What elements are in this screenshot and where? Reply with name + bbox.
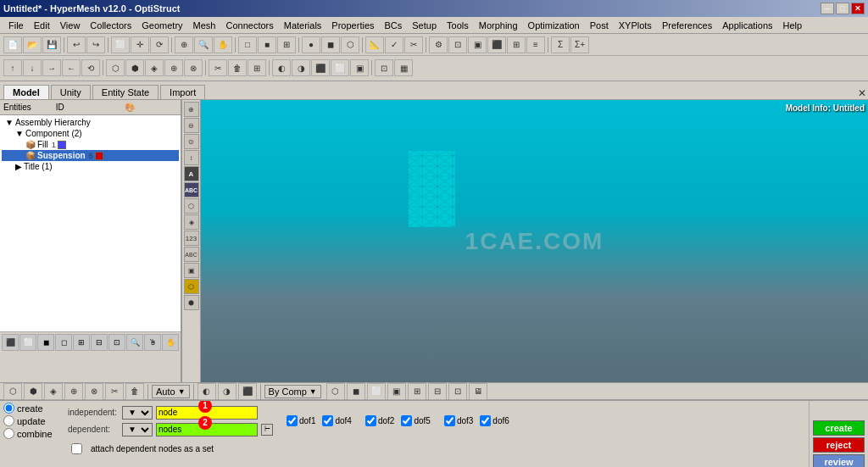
zoom-fit-button[interactable]: ⊕ xyxy=(175,36,193,53)
auto-dropdown[interactable]: Auto ▼ xyxy=(152,385,190,398)
panel-icon-6[interactable]: ⊟ xyxy=(91,334,108,351)
redo-button[interactable]: ↪ xyxy=(86,36,105,53)
elem-button[interactable]: ◼ xyxy=(321,36,340,53)
menu-item-preferences[interactable]: Preferences xyxy=(657,19,717,31)
tb2-btn-6[interactable]: ⬡ xyxy=(106,59,125,76)
viewport[interactable]: RBE2 RBE2 RBE2 X Z Y Model Info: Untitle… xyxy=(201,100,868,382)
btb-btn-6[interactable]: ✂ xyxy=(105,383,124,400)
radio-create-input[interactable] xyxy=(3,403,14,414)
check-button[interactable]: ✓ xyxy=(385,36,403,53)
tb-btn-11[interactable]: ⊞ xyxy=(507,36,526,53)
panel-icon-5[interactable]: ⊞ xyxy=(73,334,90,351)
tb2-btn-8[interactable]: ◈ xyxy=(145,59,164,76)
tb-btn-12[interactable]: ≡ xyxy=(526,36,545,53)
menu-item-geometry[interactable]: Geometry xyxy=(136,19,187,31)
dof4-checkbox[interactable] xyxy=(322,415,333,426)
mesh-button[interactable]: ⊞ xyxy=(277,36,296,53)
btb-btn-11[interactable]: ▣ xyxy=(387,383,406,400)
btb-btn-13[interactable]: ⊟ xyxy=(428,383,447,400)
menu-item-tools[interactable]: Tools xyxy=(442,19,474,31)
side-btn-13[interactable]: ⬢ xyxy=(184,295,199,310)
comp-button[interactable]: ⬡ xyxy=(341,36,359,53)
tb2-btn-10[interactable]: ⊗ xyxy=(184,59,203,76)
menu-item-file[interactable]: File xyxy=(3,19,29,31)
panel-icon-4[interactable]: ◻ xyxy=(55,334,72,351)
panel-icon-7[interactable]: ⊡ xyxy=(108,334,125,351)
wireframe-button[interactable]: □ xyxy=(238,36,257,53)
tb2-btn-15[interactable]: ◑ xyxy=(292,59,310,76)
tb2-btn-2[interactable]: ↓ xyxy=(23,59,42,76)
settings-button[interactable]: ⚙ xyxy=(429,36,448,53)
tb2-btn-19[interactable]: ⊡ xyxy=(375,59,393,76)
rotate-button[interactable]: ⟳ xyxy=(150,36,169,53)
panel-icon-3[interactable]: ◼ xyxy=(37,334,54,351)
menu-item-help[interactable]: Help xyxy=(778,19,808,31)
btb-btn-3[interactable]: ◈ xyxy=(44,383,63,400)
new-button[interactable]: 📄 xyxy=(3,36,22,53)
dof3-check[interactable]: dof3 xyxy=(444,415,473,426)
tree-row-title[interactable]: ▶ Title (1) xyxy=(2,161,179,172)
menu-item-xyplots[interactable]: XYPlots xyxy=(614,19,657,31)
section-button[interactable]: ✂ xyxy=(404,36,423,53)
menu-item-materials[interactable]: Materials xyxy=(279,19,327,31)
menu-item-applications[interactable]: Applications xyxy=(717,19,777,31)
entity-tree[interactable]: ▼ Assembly Hierarchy ▼ Component (2) 📦 F… xyxy=(0,115,181,331)
tb2-btn-16[interactable]: ⬛ xyxy=(311,59,330,76)
panel-icon-10[interactable]: ✋ xyxy=(162,334,179,351)
tb-btn-9[interactable]: ▣ xyxy=(468,36,487,53)
btb-btn-4[interactable]: ⊕ xyxy=(64,383,83,400)
side-btn-8[interactable]: ◈ xyxy=(184,214,199,230)
maximize-button[interactable]: □ xyxy=(836,3,849,14)
btb-display-1[interactable]: ◐ xyxy=(198,383,216,400)
minimize-button[interactable]: ─ xyxy=(821,3,834,14)
node-button[interactable]: ● xyxy=(302,36,320,53)
menu-item-mesh[interactable]: Mesh xyxy=(188,19,221,31)
tab-entity-state[interactable]: Entity State xyxy=(92,85,159,99)
dof4-check[interactable]: dof4 xyxy=(322,415,351,426)
side-btn-4[interactable]: ↕ xyxy=(184,150,199,165)
dof5-checkbox[interactable] xyxy=(401,415,412,426)
tb2-btn-14[interactable]: ◐ xyxy=(272,59,291,76)
tb2-btn-7[interactable]: ⬢ xyxy=(125,59,144,76)
btb-btn-15[interactable]: 🖥 xyxy=(469,383,487,400)
panel-icon-8[interactable]: 🔍 xyxy=(126,334,143,351)
tree-row-fill[interactable]: 📦 Fill 1 xyxy=(2,139,179,150)
radio-update[interactable]: update xyxy=(3,415,63,426)
menu-item-bcs[interactable]: BCs xyxy=(380,19,408,31)
shaded-button[interactable]: ■ xyxy=(258,36,276,53)
btb-display-2[interactable]: ◑ xyxy=(218,383,236,400)
btb-display-3[interactable]: ⬛ xyxy=(238,383,257,400)
save-button[interactable]: 💾 xyxy=(42,36,61,53)
btb-btn-10[interactable]: ⬜ xyxy=(367,383,386,400)
reject-action-button[interactable]: reject xyxy=(813,437,865,453)
menu-item-optimization[interactable]: Optimization xyxy=(523,19,585,31)
radio-create[interactable]: create xyxy=(3,403,63,414)
tb-btn-14[interactable]: Σ+ xyxy=(570,36,589,53)
btb-btn-14[interactable]: ⊡ xyxy=(448,383,467,400)
side-btn-9[interactable]: 123 xyxy=(184,231,199,246)
tb2-btn-4[interactable]: ← xyxy=(62,59,81,76)
tb2-btn-1[interactable]: ↑ xyxy=(3,59,22,76)
dof6-check[interactable]: dof6 xyxy=(480,415,509,426)
radio-combine-input[interactable] xyxy=(3,428,14,439)
btb-btn-7[interactable]: 🗑 xyxy=(125,383,144,400)
side-btn-6[interactable]: ABC xyxy=(184,182,199,197)
side-btn-1[interactable]: ⊕ xyxy=(184,102,199,117)
tree-row-component[interactable]: ▼ Component (2) xyxy=(2,128,179,139)
side-btn-7[interactable]: ⬡ xyxy=(184,198,199,214)
btb-btn-9[interactable]: ◼ xyxy=(347,383,365,400)
open-button[interactable]: 📂 xyxy=(23,36,42,53)
tb2-btn-13[interactable]: ⊞ xyxy=(248,59,266,76)
menu-item-connectors[interactable]: Connectors xyxy=(220,19,278,31)
tb-btn-10[interactable]: ⬛ xyxy=(487,36,506,53)
side-btn-11[interactable]: ▣ xyxy=(184,263,199,278)
side-btn-3[interactable]: ⊙ xyxy=(184,134,199,149)
tree-row-suspension[interactable]: 📦 Suspension 5 xyxy=(2,150,179,161)
tb-btn-13[interactable]: Σ xyxy=(551,36,570,53)
side-btn-5[interactable]: A xyxy=(184,166,199,181)
tab-unity[interactable]: Unity xyxy=(51,85,91,99)
menu-item-properties[interactable]: Properties xyxy=(326,19,379,31)
btb-btn-5[interactable]: ⊗ xyxy=(85,383,103,400)
by-comp-dropdown[interactable]: By Comp ▼ xyxy=(264,385,321,398)
tab-import[interactable]: Import xyxy=(160,85,205,99)
